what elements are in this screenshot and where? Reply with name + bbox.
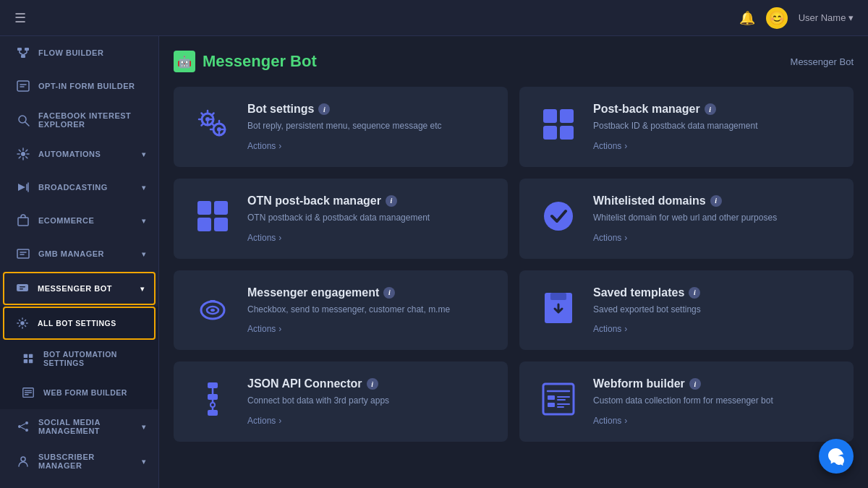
messenger-engagement-title: Messenger engagement i (247, 286, 490, 299)
svg-rect-0 (17, 48, 22, 51)
page-bot-icon: 🤖 (174, 51, 195, 72)
svg-line-33 (21, 424, 25, 426)
info-icon-5: i (383, 287, 395, 299)
sidebar-item-gmb[interactable]: GMB Manager ▾ (0, 237, 158, 270)
svg-rect-48 (197, 201, 211, 215)
sidebar-item-subscriber-manager[interactable]: Subscriber Manager ▾ (0, 444, 158, 479)
otn-post-back-title: OTN post-back manager i (247, 194, 490, 207)
sidebar-item-bot-automation[interactable]: Bot Automation Settings (0, 341, 158, 376)
saved-templates-desc: Saved exported bot settings (593, 304, 836, 316)
saved-templates-action[interactable]: Actions › (593, 324, 836, 334)
top-nav: ☰ 🔔 😊 User Name ▾ (0, 0, 868, 36)
svg-point-35 (21, 457, 25, 461)
automations-label: Automations (38, 150, 101, 158)
svg-rect-2 (21, 55, 25, 58)
webform-builder-desc: Custom data collection form for messenge… (593, 395, 836, 407)
sidebar-item-all-bot-settings[interactable]: All Bot Settings (3, 307, 156, 340)
svg-rect-18 (17, 284, 28, 291)
automations-chevron: ▾ (142, 150, 146, 158)
messenger-bot-chevron: ▾ (140, 285, 145, 293)
opt-in-label: Opt-in Form Builder (38, 82, 135, 90)
svg-rect-50 (197, 218, 211, 231)
card-otn-post-back[interactable]: OTN post-back manager i OTN postback id … (174, 179, 508, 259)
svg-rect-14 (18, 218, 28, 226)
sidebar-item-opt-in[interactable]: Opt-in Form Builder (0, 69, 158, 103)
broadcasting-label: Broadcasting (38, 183, 108, 192)
opt-in-icon (15, 78, 31, 94)
all-bot-settings-label: All Bot Settings (38, 319, 116, 328)
post-back-manager-icon (537, 103, 580, 146)
user-menu[interactable]: User Name ▾ (799, 12, 854, 23)
breadcrumb: Messenger Bot (791, 56, 854, 67)
messenger-engagement-action[interactable]: Actions › (247, 324, 490, 334)
avatar: 😊 (766, 7, 788, 29)
sidebar-item-fb-interest[interactable]: Facebook Interest Explorer (0, 103, 158, 137)
web-form-builder-label: Web Form Builder (43, 388, 127, 397)
info-icon-4: i (710, 195, 722, 207)
sidebar-item-social-media[interactable]: Social Media Management ▾ (0, 409, 158, 444)
whitelisted-domains-icon (537, 194, 580, 238)
messenger-bot-icon (14, 281, 30, 296)
fb-interest-label: Facebook Interest Explorer (38, 111, 145, 129)
otn-post-back-content: OTN post-back manager i OTN postback id … (247, 194, 490, 243)
post-back-manager-desc: Postback ID & postback data management (593, 120, 836, 132)
svg-line-9 (25, 122, 29, 126)
messenger-fab[interactable] (819, 439, 854, 474)
bot-settings-action[interactable]: Actions › (247, 141, 490, 151)
svg-rect-58 (550, 293, 566, 300)
svg-rect-20 (20, 288, 23, 290)
whitelisted-domains-action[interactable]: Actions › (593, 233, 836, 243)
info-icon-6: i (689, 287, 700, 299)
post-back-manager-action[interactable]: Actions › (593, 141, 836, 151)
webform-builder-icon (537, 377, 580, 421)
social-media-icon (15, 419, 31, 435)
svg-point-52 (544, 202, 573, 231)
bot-automation-label: Bot Automation Settings (43, 350, 145, 367)
svg-rect-25 (29, 359, 33, 363)
card-bot-settings[interactable]: Bot settings i Bot reply, persistent men… (174, 87, 508, 167)
svg-point-21 (20, 321, 24, 325)
sidebar-item-broadcasting[interactable]: Broadcasting ▾ (0, 171, 158, 204)
ecommerce-icon (15, 213, 31, 228)
bell-icon[interactable]: 🔔 (739, 10, 755, 26)
webform-builder-action[interactable]: Actions › (593, 416, 836, 426)
messenger-bot-label: Messenger Bot (38, 284, 112, 293)
sidebar-item-messenger-bot[interactable]: Messenger Bot ▾ (3, 272, 156, 305)
body-wrap: Flow Builder Opt-in Form Builder Faceboo… (0, 36, 868, 488)
card-whitelisted-domains[interactable]: Whitelisted domains i Whitelist domain f… (519, 179, 854, 259)
svg-line-5 (20, 53, 23, 55)
whitelisted-domains-desc: Whitelist domain for web url and other p… (593, 212, 836, 224)
info-icon-8: i (689, 378, 701, 390)
sidebar-item-flow-builder[interactable]: Flow Builder (0, 36, 158, 69)
sidebar-item-image-editor[interactable]: Image Editor ▾ (0, 479, 158, 488)
gmb-chevron: ▾ (142, 250, 146, 258)
sidebar: Flow Builder Opt-in Form Builder Faceboo… (0, 36, 159, 488)
json-api-connector-action[interactable]: Actions › (247, 416, 490, 426)
card-post-back-manager[interactable]: Post-back manager i Postback ID & postba… (519, 87, 854, 167)
svg-rect-51 (214, 218, 228, 231)
bot-automation-icon (20, 351, 36, 367)
sidebar-item-ecommerce[interactable]: Ecommerce ▾ (0, 204, 158, 237)
svg-rect-59 (208, 382, 218, 388)
info-icon-3: i (386, 195, 397, 207)
svg-rect-19 (20, 286, 25, 288)
sidebar-item-automations[interactable]: Automations ▾ (0, 137, 158, 171)
messenger-engagement-desc: Checkbox, send to messenger, customer ch… (247, 304, 490, 316)
card-messenger-engagement[interactable]: Messenger engagement i Checkbox, send to… (174, 270, 508, 351)
card-webform-builder[interactable]: Webform builder i Custom data collection… (519, 361, 854, 442)
social-media-chevron: ▾ (142, 423, 146, 431)
svg-rect-56 (210, 300, 216, 302)
otn-post-back-action[interactable]: Actions › (247, 233, 490, 243)
gmb-label: GMB Manager (38, 249, 104, 258)
card-json-api-connector[interactable]: JSON API Connector i Connect bot data wi… (174, 361, 508, 442)
cards-grid: Bot settings i Bot reply, persistent men… (174, 87, 854, 442)
card-saved-templates[interactable]: Saved templates i Saved exported bot set… (519, 270, 854, 351)
svg-rect-47 (560, 126, 574, 140)
messenger-engagement-content: Messenger engagement i Checkbox, send to… (247, 286, 490, 335)
sidebar-item-web-form-builder[interactable]: Web Form Builder (0, 376, 158, 409)
hamburger-icon[interactable]: ☰ (14, 10, 26, 26)
post-back-manager-content: Post-back manager i Postback ID & postba… (593, 103, 836, 151)
svg-point-32 (25, 429, 28, 432)
saved-templates-icon (537, 286, 580, 330)
svg-point-43 (217, 127, 221, 132)
